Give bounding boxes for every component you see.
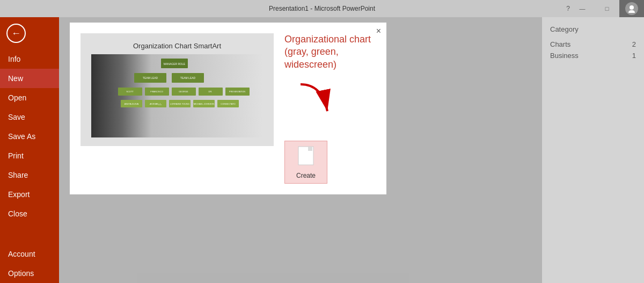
maximize-button[interactable]: □: [595, 0, 619, 17]
svg-text:TEAM LEAD: TEAM LEAD: [180, 76, 196, 79]
modal-dialog: × Organization Chart SmartArt: [70, 23, 386, 194]
sidebar-bottom: Account Options: [0, 244, 59, 283]
svg-text:SCOTT: SCOTT: [126, 90, 134, 93]
svg-text:ATZEMBران: ATZEMBران: [150, 103, 162, 105]
back-icon: ←: [6, 24, 26, 43]
svg-text:FRANCISCO: FRANCISCO: [150, 90, 163, 93]
svg-text:PRESENTATION: PRESENTATION: [229, 90, 246, 93]
sidebar-item-open[interactable]: Open: [0, 88, 59, 107]
category-heading: Category: [550, 25, 636, 33]
help-icon[interactable]: ?: [566, 5, 570, 12]
svg-text:DR.: DR.: [209, 90, 213, 93]
content-area: New ⌂ Home 🔍: [59, 17, 542, 283]
create-icon: [297, 146, 314, 170]
category-count-charts: 2: [632, 40, 636, 48]
modal-preview-title: Organization Chart SmartArt: [133, 42, 221, 50]
user-avatar[interactable]: [619, 0, 644, 17]
svg-text:ANETA ZLEVA: ANETA ZLEVA: [125, 103, 139, 105]
titlebar-title: Presentation1 - Microsoft PowerPoint: [269, 5, 375, 12]
svg-text:TEAM LEAD: TEAM LEAD: [143, 76, 158, 79]
titlebar: Presentation1 - Microsoft PowerPoint ? —…: [0, 0, 644, 17]
create-label: Create: [296, 172, 316, 179]
category-label-charts: Charts: [550, 40, 570, 48]
red-arrow-icon: [295, 79, 338, 122]
sidebar-item-saveas[interactable]: Save As: [0, 127, 59, 146]
sidebar-item-close[interactable]: Close: [0, 204, 59, 223]
modal-preview: Organization Chart SmartArt: [80, 33, 274, 146]
svg-rect-45: [308, 147, 312, 151]
category-label-business: Business: [550, 52, 579, 60]
sidebar-spacer: [0, 223, 59, 244]
main-layout: ← Info New Open Save Save As Print Share…: [0, 17, 644, 283]
category-count-business: 1: [632, 52, 636, 60]
avatar-icon: [625, 2, 638, 15]
sidebar-item-new[interactable]: New: [0, 69, 59, 88]
sidebar-item-options[interactable]: Options: [0, 264, 59, 283]
svg-text:GEORGE: GEORGE: [179, 90, 188, 93]
titlebar-controls: ? — □ ✕: [570, 0, 644, 17]
svg-text:MANAGER ROLE: MANAGER ROLE: [164, 62, 186, 66]
modal-overlay: × Organization Chart SmartArt: [59, 17, 542, 283]
minimize-button[interactable]: —: [570, 0, 595, 17]
sidebar-item-print[interactable]: Print: [0, 146, 59, 165]
modal-close-button[interactable]: ×: [376, 27, 381, 35]
sidebar: ← Info New Open Save Save As Print Share…: [0, 17, 59, 283]
create-button[interactable]: Create: [284, 141, 327, 184]
sidebar-item-share[interactable]: Share: [0, 165, 59, 185]
svg-point-0: [630, 5, 634, 10]
category-item-business[interactable]: Business 1: [550, 50, 636, 61]
modal-right: Organizational chart (gray, green, wides…: [284, 33, 376, 184]
modal-title: Organizational chart (gray, green, wides…: [284, 33, 376, 71]
modal-action-area: Create: [284, 79, 376, 184]
sidebar-item-export[interactable]: Export: [0, 185, 59, 204]
modal-org-chart: MANAGER ROLE TEAM LEAD TEAM LEAD SCOTT: [91, 54, 263, 137]
sidebar-item-account[interactable]: Account: [0, 244, 59, 264]
svg-text:LORRAINE YOUNG: LORRAINE YOUNG: [170, 103, 189, 105]
svg-text:MICHAEL JOHNSON: MICHAEL JOHNSON: [194, 103, 214, 105]
sidebar-item-info[interactable]: Info: [0, 49, 59, 69]
category-item-charts[interactable]: Charts 2: [550, 39, 636, 50]
back-button[interactable]: ←: [3, 20, 30, 47]
right-panel: Category Charts 2 Business 1: [542, 17, 644, 283]
svg-text:CONNECTATO: CONNECTATO: [221, 103, 235, 105]
sidebar-item-save[interactable]: Save: [0, 107, 59, 127]
